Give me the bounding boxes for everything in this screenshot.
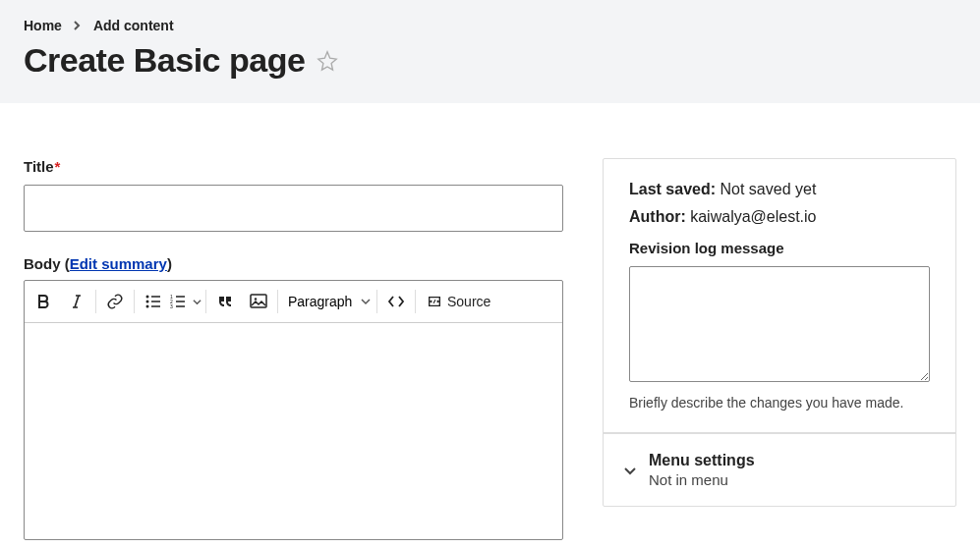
title-label: Title* [24,158,563,175]
revision-log-help: Briefly describe the changes you have ma… [629,395,930,411]
image-button[interactable] [242,285,275,318]
revision-log-label: Revision log message [629,240,930,256]
required-marker: * [55,158,61,175]
svg-point-2 [146,305,149,308]
toolbar-separator [415,290,416,313]
chevron-down-icon [623,464,637,477]
last-saved-line: Last saved: Not saved yet [629,181,930,198]
heading-select[interactable]: Paragraph [280,288,375,315]
italic-button[interactable] [60,285,93,318]
breadcrumb: Home Add content [24,18,956,33]
svg-point-0 [146,296,149,299]
revision-log-textarea[interactable] [629,266,930,382]
page-title: Create Basic page [24,41,305,80]
edit-summary-link[interactable]: Edit summary [70,255,167,272]
svg-point-7 [255,298,257,300]
link-button[interactable] [98,285,132,318]
numbered-list-button[interactable]: 123 [170,285,203,318]
blockquote-button[interactable] [208,285,242,318]
bullet-list-button[interactable] [137,285,170,318]
body-editor: 123 Paragraph [24,280,563,540]
body-editor-area[interactable] [25,323,562,539]
breadcrumb-home-link[interactable]: Home [24,18,62,33]
chevron-down-icon [193,298,202,306]
favorite-star-icon[interactable] [317,50,338,72]
menu-settings-subtitle: Not in menu [649,471,755,488]
menu-settings-accordion[interactable]: Menu settings Not in menu [604,433,955,506]
source-button[interactable]: Source [418,288,498,315]
sidebar-panel: Last saved: Not saved yet Author: kaiwal… [603,158,956,507]
toolbar-separator [95,290,96,313]
svg-point-1 [146,301,149,303]
toolbar-separator [205,290,206,313]
author-line: Author: kaiwalya@elest.io [629,208,930,226]
toolbar-separator [134,290,135,313]
bold-button[interactable] [27,285,60,318]
title-input[interactable] [24,185,563,232]
toolbar-separator [376,290,377,313]
body-label: Body (Edit summary) [24,255,563,272]
editor-toolbar: 123 Paragraph [25,281,562,323]
menu-settings-title: Menu settings [649,452,755,469]
chevron-right-icon [74,21,82,30]
code-button[interactable] [379,285,413,318]
toolbar-separator [277,290,278,313]
svg-text:3: 3 [170,303,173,308]
breadcrumb-add-content-link[interactable]: Add content [93,18,174,33]
